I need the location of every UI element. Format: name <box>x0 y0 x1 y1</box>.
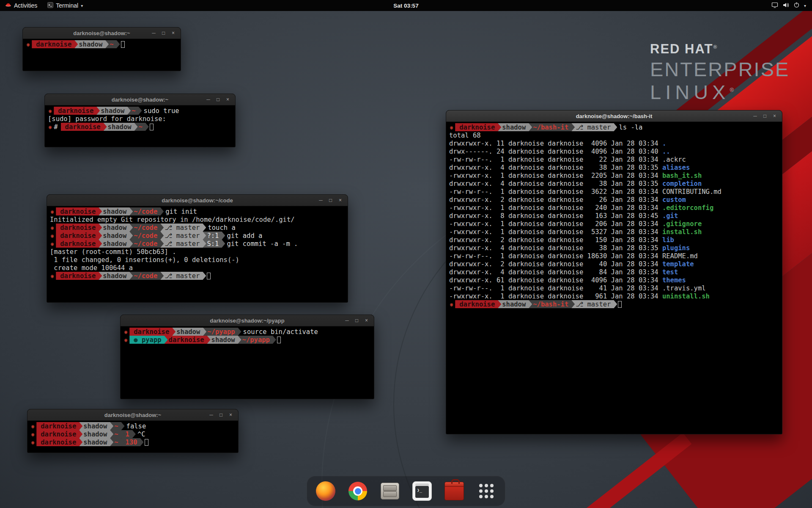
terminal-content[interactable]: ◉darknoiseshadow~false◉darknoiseshadow~1… <box>27 421 238 447</box>
terminal-segment-user: darknoise <box>36 430 82 438</box>
app-menu-label: Terminal <box>56 2 78 9</box>
show-applications-icon[interactable] <box>475 480 497 502</box>
minimize-button[interactable]: ─ <box>206 412 216 418</box>
terminal-segment-out: drwxrwxr-x. 11 darknoise darknoise 4096 … <box>449 139 662 147</box>
terminal-line: drwxrwxr-x. 4 darknoise darknoise 38 Jan… <box>449 179 779 188</box>
window-titlebar[interactable]: darknoise@shadow:~ ─ □ × <box>23 28 181 39</box>
terminal-segment-host: shadow <box>207 336 241 344</box>
terminal-segment-host: shadow <box>79 430 113 438</box>
terminal-content[interactable]: ◉darknoiseshadow~/bash-it⎇ masterls -lat… <box>446 122 782 309</box>
terminal-content[interactable]: ◉darknoiseshadow~/codegit initInitialize… <box>47 206 348 281</box>
prompt-icon: ◉ <box>123 328 129 336</box>
minimize-button[interactable]: ─ <box>316 197 326 203</box>
firefox-icon[interactable] <box>315 480 337 502</box>
window-titlebar[interactable]: darknoise@shadow:~/bash-it ─ □ × <box>446 110 782 122</box>
display-icon <box>771 2 778 10</box>
prompt-icon: ◉ <box>30 422 36 430</box>
window-titlebar[interactable]: darknoise@shadow:~ ─ □ × <box>27 409 238 421</box>
system-status-area[interactable]: ▾ <box>767 0 810 11</box>
close-button[interactable]: × <box>362 318 371 323</box>
terminal-content[interactable]: ◉darknoiseshadow~sudo true[sudo] passwor… <box>45 105 235 132</box>
terminal-segment-out: -rw-rw-r--. 1 darknoise darknoise 18630 … <box>449 252 698 260</box>
terminal-line: [master (root-commit) 50bcb63] . <box>50 248 345 256</box>
terminal-line: ◉darknoiseshadow~ <box>26 40 178 48</box>
prompt-icon: ◉ <box>449 300 455 308</box>
prompt-icon: ◉ <box>48 107 54 115</box>
terminal-window-code[interactable]: darknoise@shadow:~/code ─ □ × ◉darknoise… <box>47 194 348 303</box>
terminal-line: -rw-rw-r--. 1 darknoise darknoise 22 Jan… <box>449 155 779 163</box>
terminal-line: ◉darknoiseshadow~/bash-it⎇ masterls -la <box>449 123 779 131</box>
terminal-line: ◉darknoiseshadow~sudo true <box>48 107 232 115</box>
terminal-window-home-1[interactable]: darknoise@shadow:~ ─ □ × ◉darknoiseshado… <box>22 27 181 71</box>
terminal-segment-out: -rw-rw-r--. 1 darknoise darknoise 3622 J… <box>449 188 721 196</box>
minimize-button[interactable]: ─ <box>750 113 760 119</box>
maximize-button[interactable]: □ <box>159 30 168 36</box>
terminal-content[interactable]: ◉darknoiseshadow~ <box>23 39 181 50</box>
terminal-segment-out: drwx------. 24 darknoise darknoise 4096 … <box>449 147 662 155</box>
prompt-icon: ◉ <box>30 430 36 438</box>
window-title: darknoise@shadow:~/bash-it <box>576 113 653 119</box>
chrome-icon[interactable] <box>347 480 369 502</box>
window-titlebar[interactable]: darknoise@shadow:~ ─ □ × <box>45 94 235 105</box>
terminal-line: drwxrwxr-x. 4 darknoise darknoise 38 Jan… <box>449 244 779 252</box>
terminal-window-pyapp[interactable]: darknoise@shadow:~/pyapp ─ □ × ◉darknois… <box>120 315 374 399</box>
terminal-segment-cmd: touch a <box>203 224 235 232</box>
terminal-content[interactable]: ◉darknoiseshadow~/pyappsource bin/activa… <box>121 326 374 345</box>
terminal-segment-user: darknoise <box>56 224 102 232</box>
maximize-button[interactable]: □ <box>352 318 362 323</box>
redhat-logo-icon <box>5 2 11 9</box>
terminal-segment-path: ~/pyapp <box>238 336 276 344</box>
terminal-segment-git: ⎇ master <box>160 224 206 232</box>
close-button[interactable]: × <box>770 113 779 119</box>
close-button[interactable]: × <box>223 97 233 102</box>
terminal-line: ◉pyappdarknoiseshadow~/pyapp <box>123 336 371 344</box>
maximize-button[interactable]: □ <box>216 412 226 418</box>
terminal-window-home-2[interactable]: darknoise@shadow:~ ─ □ × ◉darknoiseshado… <box>27 409 239 453</box>
minimize-button[interactable]: ─ <box>203 97 213 102</box>
maximize-button[interactable]: □ <box>326 197 335 203</box>
terminal-segment-exec: install.sh <box>662 228 702 236</box>
app-menu-terminal[interactable]: Terminal ▾ <box>42 0 88 11</box>
terminal-segment-dir: .git <box>662 212 678 220</box>
terminal-segment-out: drwxrwxr-x. 4 darknoise darknoise 38 Jan… <box>449 244 662 252</box>
window-title: darknoise@shadow:~/code <box>162 197 233 204</box>
close-button[interactable]: × <box>226 412 236 418</box>
prompt-icon: ◉ <box>123 336 129 344</box>
window-title: darknoise@shadow:~ <box>73 30 130 36</box>
terminal-window-sudo[interactable]: darknoise@shadow:~ ─ □ × ◉darknoiseshado… <box>44 94 236 147</box>
terminal-line: drwx------. 24 darknoise darknoise 4096 … <box>449 147 779 155</box>
prompt-icon: ◉ <box>50 224 56 232</box>
clock[interactable]: Sat 03:57 <box>393 3 418 9</box>
terminal-segment-git: ⎇ master <box>571 123 617 131</box>
terminal-line: drwxrwxr-x. 4 darknoise darknoise 84 Jan… <box>449 268 779 276</box>
terminal-segment-out: drwxrwxr-x. 4 darknoise darknoise 84 Jan… <box>449 268 662 276</box>
maximize-button[interactable]: □ <box>213 97 223 102</box>
terminal-segment-out: 1 file changed, 0 insertions(+), 0 delet… <box>50 256 239 264</box>
terminal-segment-path: ~/code <box>129 240 164 248</box>
terminal-window-bash-it[interactable]: darknoise@shadow:~/bash-it ─ □ × ◉darkno… <box>446 110 782 434</box>
terminal-segment-host: shadow <box>99 240 133 248</box>
terminal-line: -rw-rw-r--. 1 darknoise darknoise 18630 … <box>449 252 779 260</box>
maximize-button[interactable]: □ <box>760 113 770 119</box>
toolbox-icon[interactable] <box>443 480 465 502</box>
close-button[interactable]: × <box>168 30 178 36</box>
terminal-line: create mode 100644 a <box>50 264 345 272</box>
chevron-down-icon: ▾ <box>81 3 83 8</box>
terminal-segment-user: darknoise <box>36 438 82 446</box>
terminal-segment-git: ⎇ master <box>160 232 206 240</box>
terminal-segment-user: darknoise <box>455 123 501 131</box>
terminal-cursor <box>207 273 211 279</box>
files-icon[interactable] <box>379 480 401 502</box>
close-button[interactable]: × <box>335 197 345 203</box>
terminal-line: -rw-rw-r--. 1 darknoise darknoise 3622 J… <box>449 188 779 196</box>
minimize-button[interactable]: ─ <box>342 318 352 323</box>
terminal-line: ◉darknoiseshadow~1^C <box>30 430 235 438</box>
terminal-segment-user: darknoise <box>32 40 78 48</box>
window-titlebar[interactable]: darknoise@shadow:~/pyapp ─ □ × <box>121 315 374 326</box>
minimize-button[interactable]: ─ <box>149 30 159 36</box>
terminal-segment-exec: .gitignore <box>662 220 702 228</box>
terminal-segment-path: ~/pyapp <box>203 328 241 336</box>
window-titlebar[interactable]: darknoise@shadow:~/code ─ □ × <box>47 195 348 206</box>
activities-button[interactable]: Activities <box>0 0 42 11</box>
terminal-icon[interactable]: ❯_ <box>411 480 433 502</box>
